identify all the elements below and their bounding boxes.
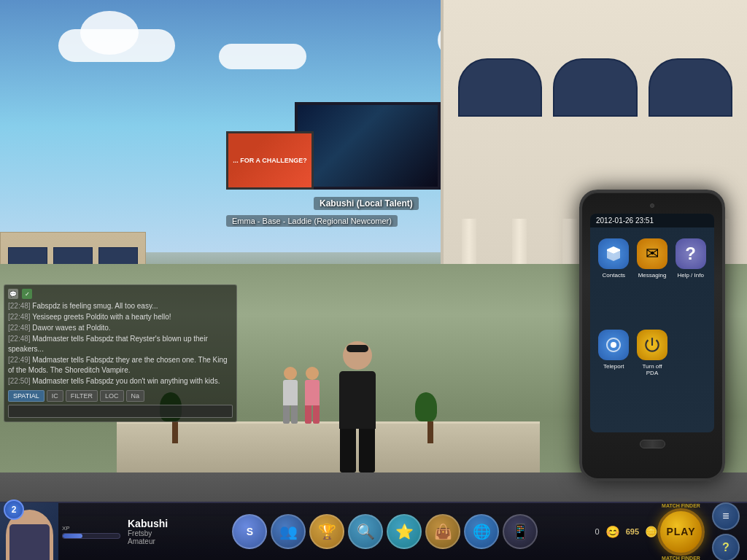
nav-world-button[interactable]: 🌐 [464, 514, 499, 549]
chat-tab-na[interactable]: Na [126, 390, 145, 402]
level-badge: 2 [4, 499, 24, 520]
pda-app-help[interactable]: ? Help / Info [674, 238, 707, 324]
nametag-kabushi: Kabushi (Local Talent) [314, 197, 419, 210]
nav-people-button[interactable]: 👥 [271, 514, 306, 549]
pda-contacts-icon [598, 238, 629, 269]
player-name: Kabushi [128, 518, 168, 529]
help-button[interactable]: ? [712, 534, 740, 561]
pda-screen: 2012-01-26 23:51 Contacts ✉ Messaging [590, 214, 714, 432]
pda-power-label: Turn off PDA [636, 363, 669, 376]
chat-tab-filter[interactable]: FILTER [66, 390, 98, 402]
pda-app-messaging[interactable]: ✉ Messaging [636, 238, 669, 324]
pda-speaker [650, 203, 654, 208]
xp-label: XP [62, 525, 120, 532]
npc-avatar-1 [281, 367, 299, 425]
chat-tab-ic[interactable]: IC [47, 390, 63, 402]
menu-button[interactable]: ≡ [712, 502, 740, 530]
match-finder-bottom-label: MATCH FINDER [662, 556, 700, 561]
chat-panel: 💬 ✓ [22:48] Fabspdz is feeling smug. All… [4, 284, 237, 422]
pda-app-contacts[interactable]: Contacts [597, 238, 630, 324]
video-screen [295, 102, 441, 190]
pda-messaging-label: Messaging [638, 272, 667, 279]
pda-power-icon [637, 330, 667, 360]
xp-area: XP [62, 525, 120, 539]
pda-teleport-label: Teleport [603, 363, 624, 370]
billboard-text: ... FOR A CHALLENGE? [233, 157, 306, 164]
cloud-1 [58, 29, 175, 62]
chat-line-2: [22:48] Yesiseep greets Poldito with a h… [8, 312, 233, 322]
xp-bar-container [62, 533, 120, 539]
player-rank: Amateur [128, 537, 168, 545]
play-area: MATCH FINDER PLAY MATCH FINDER ≡ ? [657, 502, 740, 561]
tree-right [423, 392, 437, 443]
chat-line-1: [22:48] Fabspdz is feeling smug. All too… [8, 301, 233, 311]
nav-social-button[interactable]: S [232, 514, 267, 549]
coin-count: 695 [626, 527, 639, 536]
xp-bar-fill [63, 534, 82, 538]
pda-contacts-label: Contacts [603, 272, 626, 279]
coin-icon: 🪙 [645, 526, 657, 537]
chat-tab-spatial[interactable]: SPATIAL [8, 390, 44, 402]
bottom-hud: 2 XP Kabushi Fretsby Amateur S 👥 🏆 🔍 ⭐ [0, 502, 747, 560]
happiness-value: 0 [595, 527, 600, 536]
pda-home-button[interactable] [640, 440, 665, 448]
avatar-body [339, 371, 376, 429]
nav-phone-button[interactable]: 📱 [503, 514, 538, 549]
avatar-head [343, 341, 372, 370]
chat-line-5: [22:49] Madmaster tells Fabspdz they are… [8, 355, 233, 376]
pda-device: 2012-01-26 23:51 Contacts ✉ Messaging [579, 190, 725, 481]
pda-status-bar: 2012-01-26 23:51 [590, 214, 714, 228]
chat-messages: [22:48] Fabspdz is feeling smug. All too… [8, 301, 233, 386]
pda-help-icon: ? [676, 238, 706, 269]
chat-line-4: [22:48] Madmaster tells Fabspdz that Rey… [8, 334, 233, 354]
play-button[interactable]: PLAY [657, 508, 705, 556]
pda-help-label: Help / Info [677, 272, 703, 279]
pda-icons-grid: Contacts ✉ Messaging ? Help / Info [590, 228, 714, 432]
npc-avatar-2 [303, 367, 321, 425]
nav-shop-button[interactable]: 👜 [425, 514, 460, 549]
chat-icon: 💬 [8, 289, 18, 299]
chat-check: ✓ [22, 289, 32, 299]
chat-tab-loc[interactable]: LOC [100, 390, 124, 402]
pda-app-power[interactable]: Turn off PDA [636, 330, 669, 421]
nav-featured-button[interactable]: ⭐ [387, 514, 422, 549]
chat-input[interactable] [8, 405, 233, 418]
main-avatar [328, 341, 387, 472]
chat-line-3: [22:48] Dawor waves at Poldito. [8, 323, 233, 333]
pda-app-teleport[interactable]: Teleport [597, 330, 630, 421]
cloud-2 [219, 44, 306, 69]
player-subtitle: Fretsby [128, 529, 168, 537]
chat-line-6: [22:50] Madmaster tells Fabspdz you don'… [8, 376, 233, 386]
nametag-emma: Emma - Base - Laddie (Regional Newcomer) [226, 215, 398, 227]
billboard: ... FOR A CHALLENGE? [226, 131, 314, 190]
match-finder-top-label: MATCH FINDER [662, 503, 700, 508]
happiness-icon: 😊 [605, 525, 620, 539]
pda-teleport-icon [598, 330, 629, 360]
nav-search-button[interactable]: 🔍 [348, 514, 383, 549]
avatar-legs [340, 429, 375, 472]
svg-point-0 [611, 342, 616, 348]
player-info: Kabushi Fretsby Amateur [128, 518, 168, 545]
nav-trophy-button[interactable]: 🏆 [309, 514, 344, 549]
status-area: 0 😊 695 🪙 [595, 525, 657, 539]
pda-messaging-icon: ✉ [637, 238, 667, 269]
nav-icons: S 👥 🏆 🔍 ⭐ 👜 🌐 📱 [182, 514, 587, 549]
play-button-label: PLAY [666, 526, 695, 537]
